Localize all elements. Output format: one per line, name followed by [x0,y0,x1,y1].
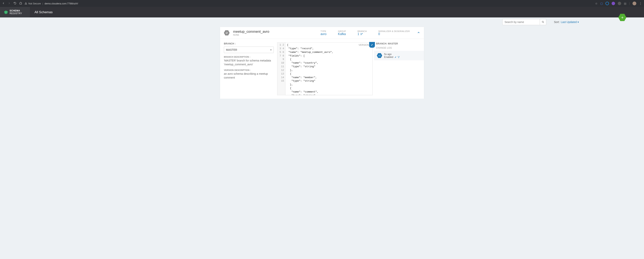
schema-header: meetup_comment_avro NONE TYPE avro GROUP… [220,27,424,39]
browser-menu-icon[interactable]: ⋮ [639,2,642,5]
svg-line-3 [544,22,544,23]
reload-icon[interactable] [14,2,16,5]
schema-name: meetup_comment_avro [233,30,269,34]
version-desc-text: an avro schema describing a meetup comme… [224,72,274,79]
logo-cube-icon [4,10,8,14]
branch-icon [360,33,363,35]
schema-card: meetup_comment_avro NONE TYPE avro GROUP… [220,27,424,99]
right-branch-header: BRANCH: MASTER [376,42,420,45]
star-icon[interactable]: ☆ [595,2,598,5]
svg-point-11 [398,57,399,58]
svg-line-5 [226,32,228,33]
extension-icon-5[interactable]: ▤ [624,2,626,5]
meta-branch-label: BRANCH [358,30,367,32]
fork-icon[interactable] [398,56,400,58]
meta-branch-value: 1 [358,32,359,36]
schema-subtitle: NONE [233,34,269,36]
sort-control[interactable]: Sort: Last Updated ▾ [554,20,579,23]
caret-down-icon: ▾ [270,48,272,51]
search-icon [542,21,544,23]
branch-selected-value: MASTER [226,48,237,51]
meta-group-value: Kafka [338,32,346,36]
code-lines: { "type": "record", "name": "meetup_comm… [286,42,335,95]
back-icon[interactable] [2,2,5,5]
meta-group-label: GROUP [338,30,346,32]
changelog-time: 5s ago [384,53,400,55]
chevron-up-icon [417,31,420,34]
version-hex-badge: v1 [377,53,382,58]
address-bar[interactable]: Not Secure | demo.cloudera.com:7788/ui/#… [24,2,593,5]
meta-serdes-label: SERIALIZER & DESERIALIZER [378,30,410,32]
svg-point-6 [361,33,361,33]
logo-text-top: SCHEMA [10,9,22,12]
svg-point-7 [361,34,361,35]
app-header: SCHEMA REGISTRY All Schemas [0,7,644,17]
extension-icon-2[interactable] [606,2,609,5]
code-gutter: 1 2 3 4 5 6 7 8 9 10 11 12 13 14 15 [277,42,286,95]
no-symbol-icon [226,32,228,34]
forward-icon[interactable] [8,2,11,5]
logo-text-bottom: REGISTRY [10,12,22,15]
changelog-item[interactable]: v1 5s ago Enabled [374,51,424,60]
changelog-status: Enabled [384,55,393,58]
meta-type-label: TYPE [320,30,326,32]
extension-icon-4[interactable] [618,2,621,5]
schema-status-icon [224,30,230,36]
version-desc-label: VERSION DESCRIPTION : [224,69,274,71]
collapse-button[interactable] [417,31,420,35]
caret-down-icon: ▾ [578,20,579,23]
plus-icon: ＋ [620,14,624,20]
extension-icon-3[interactable] [612,2,615,5]
branch-desc-text: 'MASTER' branch for schema metadata 'mee… [224,59,274,66]
schema-code-viewer: 1 2 3 4 5 6 7 8 9 10 11 12 13 14 15 { "t… [277,42,372,95]
not-secure-badge: Not Secure [24,2,41,5]
pencil-icon [371,43,373,46]
page-title: All Schemas [30,10,52,14]
svg-point-2 [542,21,544,22]
sort-value: Last Updated [561,20,577,23]
edit-schema-button[interactable] [369,42,375,48]
browser-chrome: Not Secure | demo.cloudera.com:7788/ui/#… [0,0,644,7]
url-text: demo.cloudera.com:7788/ui/#/ [44,2,78,5]
branch-label: BRANCH : [224,42,274,45]
version-number: v1 [378,54,381,57]
branch-select[interactable]: MASTER ▾ [224,46,274,53]
toolbar: Sort: Last Updated ▾ [0,17,644,25]
sort-label: Sort: [554,20,560,23]
profile-avatar[interactable] [632,1,636,5]
app-logo[interactable]: SCHEMA REGISTRY [0,7,30,17]
svg-point-10 [399,56,400,56]
home-icon[interactable] [19,2,22,5]
search-input[interactable] [502,19,540,25]
svg-point-9 [398,56,398,56]
branch-desc-label: BRANCH DESCRIPTION : [224,56,274,58]
meta-serdes-value: 0 [378,32,410,36]
meta-type-value: avro [320,32,326,36]
extension-icon-1[interactable]: ▢ [600,2,603,5]
search-button[interactable] [540,19,546,25]
changelog-label: CHANGE LOG [376,46,420,49]
svg-point-8 [362,33,362,33]
pencil-icon[interactable] [394,56,397,58]
